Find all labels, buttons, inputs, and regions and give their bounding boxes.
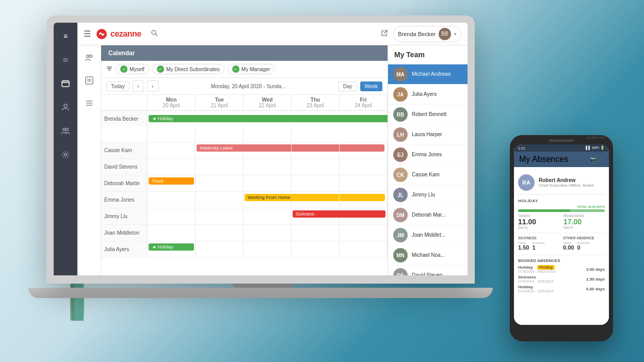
taken-unit: days: [518, 226, 559, 229]
member-name: Robert Bennett: [412, 111, 446, 118]
team-member-joan-middleton[interactable]: JM Joan Middlet...: [388, 225, 468, 245]
phone-user-avatar: RA: [518, 174, 535, 191]
cal-cell-tue: [101, 126, 148, 142]
member-name: Michael Andrews: [412, 71, 451, 77]
calendar-section: Calendar: [101, 45, 388, 275]
phone-camera-icon[interactable]: 📷: [590, 157, 596, 162]
search-icon[interactable]: [151, 29, 158, 38]
event-holiday-julia[interactable]: ◄ Holiday: [149, 243, 194, 251]
team-member-robert-bennett[interactable]: RB Robert Bennett: [388, 105, 468, 125]
nav-report-icon[interactable]: [82, 73, 96, 88]
phone-user-info: Robert Andrew Chief Executive Officer, B…: [539, 177, 594, 188]
my-team-title: My Team: [388, 45, 468, 64]
logo-text: cezanne: [110, 29, 141, 39]
member-name: Jimmy Llu: [412, 192, 435, 198]
sickness-title: SICKNESS: [518, 236, 560, 240]
team-member-david-stevens[interactable]: DS David Steven...: [388, 266, 468, 275]
date-range-label: Monday, 20 April 2020 - Sunda...: [162, 84, 335, 89]
phone-speaker: [549, 139, 574, 142]
chevron-down-icon: ▾: [454, 31, 457, 37]
sidebar-calendar[interactable]: [58, 76, 73, 91]
laptop-screen: ≡ ≋: [54, 23, 468, 275]
svg-point-13: [89, 55, 92, 58]
member-name: Joan Middlet...: [412, 232, 445, 238]
cal-cell: [196, 208, 244, 224]
phone-app-title: My Absences: [519, 155, 568, 164]
filter-icon[interactable]: [106, 65, 112, 73]
team-member-deborah-martin[interactable]: DM Deborah Mar...: [388, 205, 468, 225]
other-episodes: Episodes 0: [577, 241, 590, 251]
external-link-icon[interactable]: [381, 29, 388, 38]
team-member-emma-jones[interactable]: EJ Emma Jones: [388, 145, 468, 165]
member-avatar: MA: [393, 67, 408, 81]
filter-direct-subordinates[interactable]: ✓ My Direct Subordinates: [152, 64, 224, 74]
cal-cell: [196, 192, 244, 208]
phone-menu-icon[interactable]: ⋮: [599, 157, 604, 162]
sidebar-user[interactable]: [58, 100, 73, 114]
cal-row-deborah: Deborah Martin Trave: [101, 175, 388, 192]
today-button[interactable]: Today: [106, 81, 130, 91]
cal-cell: [244, 175, 292, 191]
svg-point-7: [66, 128, 69, 131]
day-view-button[interactable]: Day: [339, 81, 357, 91]
member-name: Deborah Mar...: [412, 212, 446, 218]
person-name: Julia Ayers: [101, 241, 148, 257]
calendar-header: Calendar: [101, 45, 388, 61]
booked-dates: 07/4/2014 - 10/6/2014: [518, 279, 554, 283]
booked-type: Holiday: [518, 265, 533, 270]
cal-row-david: David Stevens: [101, 159, 388, 175]
nav-team-icon[interactable]: [82, 51, 96, 65]
team-member-michael-noah[interactable]: MN Michael Noa...: [388, 245, 468, 266]
team-member-cassie-kam[interactable]: CK Cassie Kam: [388, 165, 468, 185]
week-view-button[interactable]: Week: [360, 81, 382, 91]
booked-item-2: Sickness 07/4/2014 - 10/6/2014 1.50 days: [518, 275, 605, 283]
cal-cell: [196, 159, 244, 175]
svg-point-5: [64, 104, 67, 107]
team-member-michael-andrews[interactable]: MA Michael Andrews: [388, 64, 468, 85]
day-name-fri: Fri: [343, 97, 384, 103]
day-header-mon: Mon 20 April: [148, 95, 196, 110]
cal-row-cassie: Cassie Kam Maternity Leave: [101, 142, 388, 159]
sidebar-dashboard[interactable]: ≋: [58, 53, 73, 67]
booked-days: 3.00 days: [586, 267, 605, 272]
person-name: Jimmy Llu: [101, 208, 148, 224]
filter-myself-label: Myself: [130, 67, 144, 72]
nav-list-icon[interactable]: [82, 96, 96, 110]
menu-button[interactable]: ☰: [84, 29, 91, 39]
cal-cell: [148, 208, 196, 224]
member-avatar: RB: [393, 107, 408, 122]
person-name: David Stevens: [101, 159, 148, 175]
event-holiday-brenda[interactable]: ◄ Holiday: [149, 115, 388, 122]
sickness-taken: Taken 1.50: [518, 241, 529, 251]
prev-button[interactable]: ‹: [133, 80, 144, 92]
filter-myself[interactable]: ✓ Myself: [116, 64, 149, 74]
phone-app-header: My Absences 📷 ⋮: [514, 152, 609, 167]
cal-cell-wed-cassie: [244, 142, 292, 158]
member-name: Julia Ayers: [412, 91, 437, 97]
svg-line-11: [155, 35, 157, 37]
laptop-notch: [232, 284, 294, 288]
filter-my-manager[interactable]: ✓ My Manager: [228, 64, 275, 74]
user-menu[interactable]: Brenda Becker BB ▾: [393, 26, 461, 42]
cal-cell: [292, 225, 340, 241]
member-avatar: JA: [393, 87, 408, 102]
sidebar-team[interactable]: [58, 124, 73, 138]
cal-cell-wed-emma: Working From Home: [244, 192, 292, 208]
filter-toolbar: ✓ Myself ✓ My Direct Subordinates ✓ My M…: [101, 61, 388, 78]
team-member-julia-ayers[interactable]: JA Julia Ayers: [388, 85, 468, 105]
sidebar-hamburger[interactable]: ≡: [58, 29, 73, 43]
team-member-laura-harper[interactable]: LH Laura Harper: [388, 125, 468, 145]
phone-user-name: Robert Andrew: [539, 177, 594, 183]
event-travel[interactable]: Trave: [149, 177, 194, 185]
next-button[interactable]: ›: [147, 80, 158, 92]
remaining-label: Remaining: [564, 214, 605, 218]
filter-direct-label: My Direct Subordinates: [166, 67, 220, 72]
laptop-device: ≡ ≋: [46, 15, 480, 315]
direct-check-icon: ✓: [157, 65, 164, 73]
holiday-total-label: TOTAL 28.00 DAYS: [577, 205, 605, 208]
phone-user-card: RA Robert Andrew Chief Executive Officer…: [518, 171, 605, 194]
cal-cell-thu: [196, 126, 244, 142]
booked-days: 1.50 days: [586, 277, 605, 282]
team-member-jimmy-llu[interactable]: JL Jimmy Llu: [388, 185, 468, 205]
sidebar-settings[interactable]: [58, 147, 73, 162]
